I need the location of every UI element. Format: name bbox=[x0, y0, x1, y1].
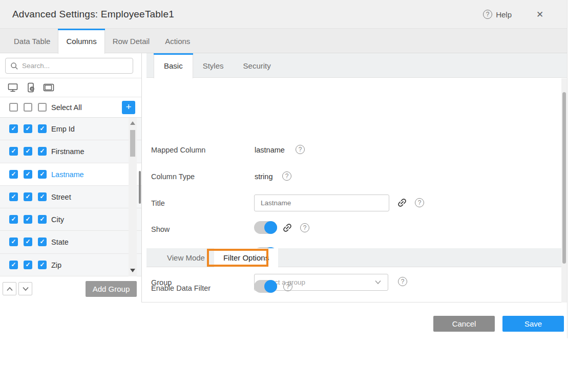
tablet-icon[interactable] bbox=[43, 82, 54, 93]
mobile-icon[interactable] bbox=[25, 82, 36, 93]
checkbox-mobile[interactable] bbox=[24, 238, 32, 246]
sidebar-footer: Add Group bbox=[0, 276, 141, 303]
tab-basic[interactable]: Basic bbox=[154, 53, 193, 78]
column-type-help-icon[interactable] bbox=[282, 171, 291, 181]
checkbox-tablet[interactable] bbox=[38, 261, 47, 269]
search-input[interactable] bbox=[22, 62, 133, 70]
column-label: Lastname bbox=[51, 170, 84, 179]
panel-scrollbar[interactable] bbox=[561, 78, 567, 303]
show-toggle[interactable] bbox=[254, 221, 277, 234]
device-toggle-row bbox=[0, 78, 141, 97]
list-scrollbar[interactable] bbox=[129, 118, 137, 276]
dialog-body: Select All + Emp Id Firstname bbox=[0, 53, 567, 303]
enable-data-filter-label: Enable Data Filter bbox=[151, 284, 211, 292]
title-input[interactable] bbox=[254, 195, 389, 211]
move-up-button[interactable] bbox=[3, 282, 16, 295]
column-settings-panel: Basic Styles Security Mapped Column last… bbox=[142, 53, 567, 302]
advanced-settings-dialog: Advanced Settings: EmployeeTable1 Help D… bbox=[0, 0, 568, 338]
sidebar-scroll-thumb[interactable] bbox=[139, 171, 141, 204]
move-down-button[interactable] bbox=[18, 282, 32, 295]
checkbox-mobile[interactable] bbox=[24, 215, 32, 224]
list-item-emp-id[interactable]: Emp Id bbox=[0, 118, 141, 140]
select-all-checkbox-tablet[interactable] bbox=[38, 103, 47, 112]
list-item-state[interactable]: State bbox=[0, 231, 141, 253]
help-button[interactable]: Help bbox=[483, 10, 512, 19]
checkbox-desktop[interactable] bbox=[9, 170, 18, 179]
select-all-checkbox-desktop[interactable] bbox=[9, 103, 18, 112]
checkbox-desktop[interactable] bbox=[9, 124, 18, 133]
checkbox-desktop[interactable] bbox=[9, 215, 18, 224]
tab-columns[interactable]: Columns bbox=[58, 29, 104, 54]
title-label: Title bbox=[151, 199, 165, 207]
scroll-down-icon[interactable] bbox=[130, 269, 135, 272]
filter-section-tabbar: View Mode Filter Options bbox=[146, 248, 567, 267]
select-all-row: Select All + bbox=[0, 97, 141, 118]
checkbox-mobile[interactable] bbox=[24, 124, 32, 133]
group-help-icon[interactable] bbox=[398, 277, 407, 286]
tab-filter-options[interactable]: Filter Options bbox=[214, 248, 278, 267]
toggle-knob bbox=[264, 280, 277, 293]
column-label: Street bbox=[51, 193, 71, 201]
list-item-firstname[interactable]: Firstname bbox=[0, 140, 141, 163]
tab-styles[interactable]: Styles bbox=[193, 53, 234, 78]
tab-view-mode[interactable]: View Mode bbox=[158, 248, 214, 267]
enable-data-filter-toggle[interactable] bbox=[254, 280, 277, 293]
mapped-column-value: lastname bbox=[255, 146, 285, 154]
column-label: State bbox=[51, 238, 69, 246]
checkbox-tablet[interactable] bbox=[38, 147, 47, 156]
enable-data-filter-help-icon[interactable] bbox=[283, 282, 292, 291]
add-group-button[interactable]: Add Group bbox=[86, 281, 137, 297]
list-item-zip[interactable]: Zip bbox=[0, 254, 141, 276]
title-link-icon[interactable] bbox=[396, 197, 408, 208]
list-item-lastname[interactable]: Lastname bbox=[0, 163, 141, 186]
panel-scroll-thumb[interactable] bbox=[562, 92, 566, 264]
scroll-up-icon[interactable] bbox=[130, 121, 135, 125]
toggle-knob bbox=[264, 221, 277, 234]
add-column-button[interactable]: + bbox=[122, 101, 135, 114]
checkbox-desktop[interactable] bbox=[9, 261, 18, 269]
tab-row-detail[interactable]: Row Detail bbox=[105, 29, 158, 53]
column-label: City bbox=[51, 215, 64, 224]
search-row bbox=[0, 53, 141, 78]
desktop-icon[interactable] bbox=[7, 82, 18, 93]
checkbox-tablet[interactable] bbox=[38, 192, 47, 201]
tab-actions[interactable]: Actions bbox=[157, 29, 198, 53]
show-label: Show bbox=[151, 225, 170, 233]
title-help-icon[interactable] bbox=[415, 198, 424, 207]
checkbox-tablet[interactable] bbox=[38, 215, 47, 224]
search-box[interactable] bbox=[5, 58, 133, 74]
checkbox-desktop[interactable] bbox=[9, 147, 18, 156]
show-help-icon[interactable] bbox=[300, 223, 309, 232]
list-scroll-thumb[interactable] bbox=[130, 130, 135, 157]
list-item-street[interactable]: Street bbox=[0, 186, 141, 208]
column-label: Emp Id bbox=[51, 125, 75, 133]
select-all-checkbox-mobile[interactable] bbox=[24, 103, 32, 112]
save-button[interactable]: Save bbox=[502, 316, 564, 332]
tab-security[interactable]: Security bbox=[234, 53, 281, 78]
checkbox-mobile[interactable] bbox=[24, 261, 32, 269]
checkbox-tablet[interactable] bbox=[38, 238, 47, 246]
dialog-titlebar: Advanced Settings: EmployeeTable1 Help bbox=[0, 0, 567, 29]
checkbox-mobile[interactable] bbox=[24, 192, 32, 201]
show-link-icon[interactable] bbox=[282, 222, 293, 233]
main-tabbar: Data Table Columns Row Detail Actions bbox=[0, 29, 567, 53]
checkbox-desktop[interactable] bbox=[9, 192, 18, 201]
checkbox-mobile[interactable] bbox=[24, 170, 32, 179]
mapped-column-help-icon[interactable] bbox=[296, 145, 305, 154]
group-select-placeholder: Select a group bbox=[261, 278, 374, 286]
dialog-footer: Cancel Save bbox=[0, 303, 567, 338]
column-type-label: Column Type bbox=[151, 172, 195, 181]
help-question-icon bbox=[483, 10, 492, 19]
checkbox-tablet[interactable] bbox=[38, 124, 47, 133]
columns-sidebar: Select All + Emp Id Firstname bbox=[0, 53, 142, 302]
column-label: Firstname bbox=[51, 147, 84, 156]
list-item-city[interactable]: City bbox=[0, 208, 141, 231]
checkbox-mobile[interactable] bbox=[24, 147, 32, 156]
column-label: Zip bbox=[51, 261, 61, 269]
cancel-button[interactable]: Cancel bbox=[433, 316, 495, 332]
close-icon[interactable] bbox=[534, 8, 545, 19]
checkbox-tablet[interactable] bbox=[38, 170, 47, 179]
checkbox-desktop[interactable] bbox=[9, 238, 18, 246]
mapped-column-label: Mapped Column bbox=[151, 146, 205, 154]
tab-data-table[interactable]: Data Table bbox=[6, 29, 58, 53]
